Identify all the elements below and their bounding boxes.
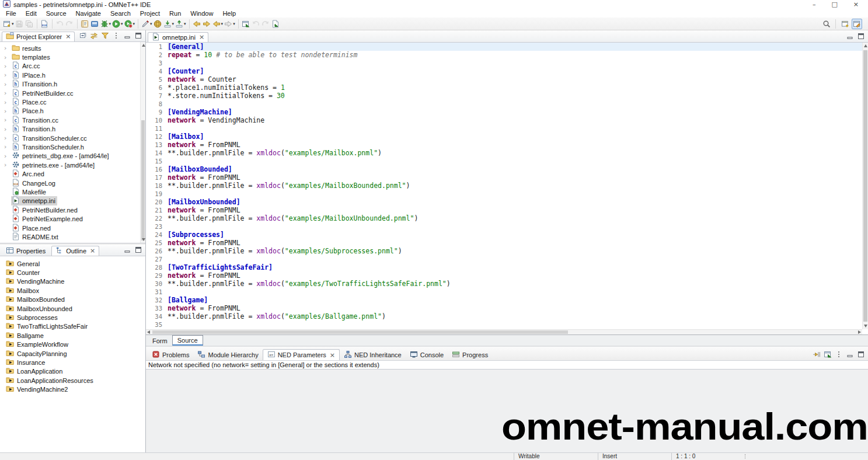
- close-icon[interactable]: ×: [199, 33, 204, 41]
- expand-chevron-icon[interactable]: ›: [4, 161, 11, 169]
- outline-item-vendingmachine2[interactable]: VendingMachine2: [0, 385, 145, 393]
- open-element-button[interactable]: [271, 19, 281, 29]
- close-window-button[interactable]: ×: [853, 1, 859, 8]
- close-icon[interactable]: ×: [65, 33, 71, 40]
- outline-item-exampleworkflow[interactable]: ExampleWorkflow: [0, 340, 145, 349]
- view-menu-button[interactable]: [835, 350, 843, 358]
- tab-ned-parameters[interactable]: x=NED Parameters×: [263, 349, 340, 360]
- project-item-transition-cc[interactable]: ›cTransition.cc: [0, 116, 140, 124]
- run-button[interactable]: ▾: [111, 19, 124, 29]
- outline-item-general[interactable]: General: [0, 259, 145, 268]
- simulate-perspective-button[interactable]: [852, 19, 862, 29]
- tab-project-explorer[interactable]: Project Explorer ×: [2, 32, 75, 41]
- dropdown-caret-icon[interactable]: ▾: [184, 22, 186, 26]
- open-perspective-button[interactable]: [840, 19, 850, 29]
- tab-properties[interactable]: Properties: [2, 246, 50, 256]
- scroll-right-icon[interactable]: [858, 330, 861, 334]
- code-line-22[interactable]: 22**.builder.pnmlFile = xmldoc("examples…: [146, 214, 862, 222]
- new-wizard-button[interactable]: ▾: [2, 19, 15, 29]
- menu-search[interactable]: Search: [106, 10, 135, 17]
- code-line-10[interactable]: 10network = VendingMachine: [146, 116, 862, 124]
- code-line-32[interactable]: 32[Ballgame]: [146, 296, 862, 304]
- outline-item-loanapplicationresources[interactable]: LoanApplicationResources: [0, 376, 145, 385]
- expand-chevron-icon[interactable]: ›: [4, 54, 11, 61]
- dropdown-caret-icon[interactable]: ▾: [133, 22, 135, 26]
- scroll-down-icon[interactable]: [142, 238, 145, 241]
- import-button[interactable]: ▾: [163, 19, 175, 29]
- code-line-29[interactable]: 29network = FromPNML: [146, 271, 862, 280]
- code-line-1[interactable]: 1[General]: [146, 43, 862, 51]
- project-item-iplace-h[interactable]: ›hIPlace.h: [0, 71, 140, 79]
- maximize-view-button[interactable]: [134, 32, 142, 40]
- dropdown-caret-icon[interactable]: ▾: [233, 22, 235, 26]
- scroll-up-icon[interactable]: [142, 44, 145, 47]
- dropdown-caret-icon[interactable]: ▾: [150, 22, 152, 26]
- code-line-34[interactable]: 34**.builder.pnmlFile = xmldoc("examples…: [146, 312, 862, 320]
- code-line-35[interactable]: 35: [146, 320, 862, 329]
- back-button[interactable]: ▾: [212, 19, 224, 29]
- project-item-itransition-h[interactable]: ›hITransition.h: [0, 80, 140, 89]
- minimize-window-button[interactable]: –: [813, 1, 816, 8]
- minimize-view-button[interactable]: [123, 32, 131, 40]
- code-line-5[interactable]: 5network = Counter: [146, 75, 862, 83]
- pin-view-button[interactable]: [813, 350, 821, 358]
- tab-ned-inheritance[interactable]: NED Inheritance: [340, 349, 406, 360]
- menu-run[interactable]: Run: [165, 10, 186, 17]
- code-line-12[interactable]: 12[Mailbox]: [146, 133, 862, 141]
- code-line-33[interactable]: 33network = FromPNML: [146, 304, 862, 312]
- expand-chevron-icon[interactable]: ›: [4, 89, 11, 97]
- code-line-18[interactable]: 18**.builder.pnmlFile = xmldoc("examples…: [146, 182, 862, 190]
- dropdown-caret-icon[interactable]: ▾: [172, 22, 175, 26]
- code-line-14[interactable]: 14**.builder.pnmlFile = xmldoc("examples…: [146, 149, 862, 157]
- mode-tab-form[interactable]: Form: [148, 336, 172, 346]
- project-item-petrinets-dbg-exe-amd64-le[interactable]: ›petrinets_dbg.exe - [amd64/le]: [0, 152, 140, 161]
- editor-vertical-scrollbar[interactable]: [862, 43, 868, 329]
- project-item-place-ned[interactable]: Place.ned: [0, 224, 140, 232]
- project-item-place-cc[interactable]: ›cPlace.cc: [0, 97, 140, 106]
- project-item-changelog[interactable]: 910ChangeLog: [0, 179, 140, 187]
- project-item-templates[interactable]: ›templates: [0, 53, 140, 61]
- code-line-19[interactable]: 19: [146, 190, 862, 198]
- outline-item-mailboxunbounded[interactable]: MailboxUnbounded: [0, 304, 145, 313]
- project-item-readme-txt[interactable]: README.txt: [0, 232, 140, 241]
- open-ned-editor-button[interactable]: [80, 19, 90, 29]
- dropdown-caret-icon[interactable]: ▾: [121, 22, 123, 26]
- collapse-all-button[interactable]: [79, 32, 87, 40]
- maximize-window-button[interactable]: □: [831, 1, 837, 8]
- project-item-petrinetbuilder-cc[interactable]: ›cPetriNetBuilder.cc: [0, 89, 140, 97]
- menu-project[interactable]: Project: [135, 10, 165, 17]
- project-item-petrinetbuilder-ned[interactable]: PetriNetBuilder.ned: [0, 205, 140, 214]
- expand-chevron-icon[interactable]: ›: [4, 134, 11, 142]
- expand-chevron-icon[interactable]: ›: [4, 143, 11, 151]
- expand-chevron-icon[interactable]: ›: [4, 71, 11, 79]
- close-icon[interactable]: ×: [330, 351, 335, 359]
- forward-button[interactable]: ▾: [224, 19, 236, 29]
- debug-button[interactable]: ▾: [100, 19, 112, 29]
- dropdown-caret-icon[interactable]: ▾: [12, 22, 14, 26]
- code-line-6[interactable]: 6*.place1.numInitialTokens = 1: [146, 83, 862, 92]
- export-button[interactable]: ▾: [175, 19, 187, 29]
- outline-item-insurance[interactable]: Insurance: [0, 358, 145, 367]
- dropdown-caret-icon[interactable]: ▾: [109, 22, 111, 26]
- expand-chevron-icon[interactable]: ›: [4, 62, 11, 70]
- open-in-new-window-button[interactable]: [824, 350, 832, 358]
- project-tree-scrollbar[interactable]: [140, 42, 145, 243]
- scroll-down-icon[interactable]: [864, 325, 867, 327]
- profile-button[interactable]: ▾: [124, 19, 136, 29]
- code-line-16[interactable]: 16[MailboxBounded]: [146, 165, 862, 173]
- menu-source[interactable]: Source: [41, 10, 71, 17]
- menu-help[interactable]: Help: [218, 10, 240, 17]
- last-edit-location-button[interactable]: [192, 19, 202, 29]
- project-item-results[interactable]: ›results: [0, 44, 140, 53]
- next-annotation-button[interactable]: [261, 19, 271, 29]
- code-line-9[interactable]: 9[VendingMachine]: [146, 108, 862, 116]
- open-task-button[interactable]: [153, 19, 163, 29]
- expand-chevron-icon[interactable]: ›: [4, 152, 11, 160]
- expand-chevron-icon[interactable]: ›: [4, 116, 11, 124]
- maximize-view-button[interactable]: [857, 350, 865, 358]
- link-with-editor-button[interactable]: [90, 32, 98, 40]
- project-item-transitionscheduler-cc[interactable]: ›cTransitionScheduler.cc: [0, 134, 140, 142]
- code-line-28[interactable]: 28[TwoTrafficLightsSafeFair]: [146, 263, 862, 271]
- outline-item-ballgame[interactable]: Ballgame: [0, 331, 145, 340]
- project-item-arc-ned[interactable]: Arc.ned: [0, 169, 140, 178]
